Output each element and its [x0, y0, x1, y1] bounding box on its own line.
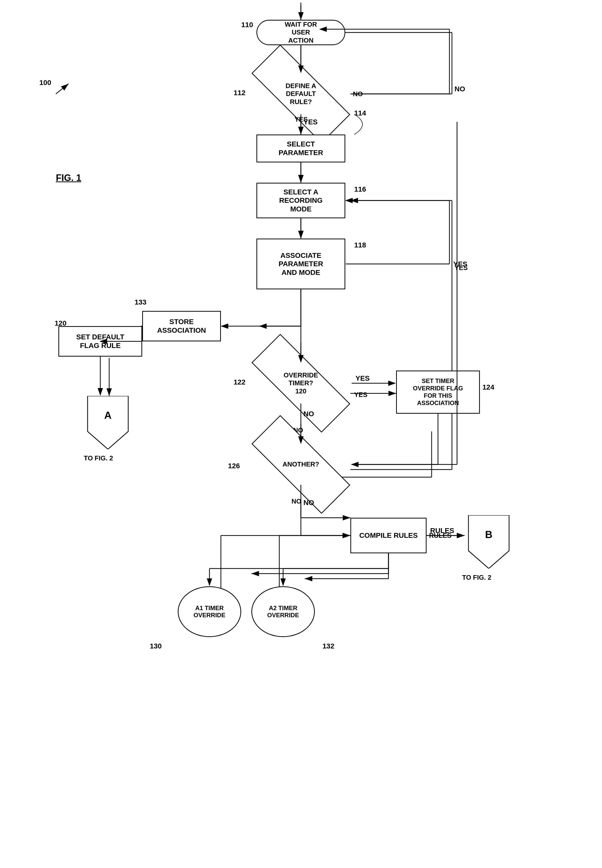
svg-text:A: A	[104, 409, 112, 421]
ref-130: 130	[150, 642, 162, 650]
ref-110: 110	[241, 21, 253, 29]
rules-label: RULES	[429, 532, 452, 540]
connector-b-shape: B	[465, 515, 513, 569]
wait-for-user-action-node: WAIT FOR USER ACTION	[256, 20, 345, 45]
fig-1-label: FIG. 1	[56, 173, 81, 183]
svg-text:B: B	[485, 529, 493, 540]
to-fig2-a-label: TO FIG. 2	[84, 454, 113, 462]
store-association-node: STOREASSOCIATION	[142, 311, 221, 341]
select-recording-mode-node: SELECT ARECORDINGMODE	[256, 183, 345, 218]
flowchart-diagram: 100 WAIT FOR USER ACTION 110 DEFINE ADEF…	[0, 0, 602, 868]
set-default-flag-node: SET DEFAULTFLAG RULE	[58, 326, 142, 357]
svg-marker-42	[468, 515, 509, 569]
svg-marker-40	[88, 396, 128, 449]
ref-132: 132	[322, 642, 335, 650]
select-parameter-node: SELECTPARAMETER	[256, 135, 345, 163]
yes-label-define: YES	[295, 115, 308, 123]
set-timer-override-node: SET TIMEROVERRIDE FLAGFOR THISASSOCIATIO…	[396, 371, 480, 414]
override-timer-node: OVERRIDETIMER?120	[251, 363, 350, 403]
ref-114: 114	[354, 109, 366, 117]
ref-100-arrow	[41, 81, 71, 97]
a1-timer-override-node: A1 TIMEROVERRIDE	[178, 586, 241, 637]
associate-param-mode-node: ASSOCIATEPARAMETERAND MODE	[256, 239, 345, 289]
ref-133: 133	[135, 298, 146, 306]
another-node: ANOTHER?	[251, 444, 350, 485]
to-fig2-b-label: TO FIG. 2	[462, 574, 491, 581]
svg-line-38	[56, 84, 69, 94]
ref-112: 112	[233, 89, 246, 97]
ref-124: 124	[482, 383, 494, 391]
no-label-define: NO	[353, 90, 363, 98]
compile-rules-node: COMPILE RULES	[350, 518, 427, 553]
ref-118: 118	[354, 241, 366, 249]
ref-120-left: 120	[55, 319, 66, 327]
define-default-rule-node: DEFINE ADEFAULTRULE?	[251, 74, 350, 114]
a2-timer-override-node: A2 TIMEROVERRIDE	[251, 586, 315, 637]
ref-126: 126	[228, 462, 240, 470]
yes-label-override: YES	[354, 391, 367, 399]
no-label-another: NO	[292, 497, 301, 505]
yes-label-loop: YES	[455, 264, 468, 272]
ref-116: 116	[354, 185, 366, 193]
svg-text:NO: NO	[455, 85, 465, 93]
svg-text:YES: YES	[355, 374, 370, 382]
connector-a-shape: A	[84, 396, 132, 449]
ref-122: 122	[233, 378, 246, 386]
